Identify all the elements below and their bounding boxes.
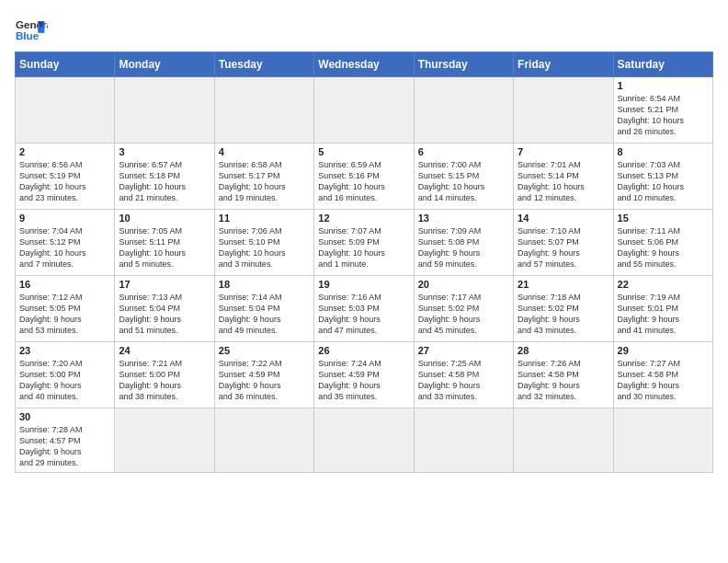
calendar-cell: 7Sunrise: 7:01 AM Sunset: 5:14 PM Daylig…: [514, 144, 613, 210]
day-number: 28: [518, 345, 609, 356]
day-info: Sunrise: 7:21 AM Sunset: 5:00 PM Dayligh…: [119, 358, 210, 403]
calendar-cell: 19Sunrise: 7:16 AM Sunset: 5:03 PM Dayli…: [314, 276, 414, 342]
calendar-page: General Blue SundayMondayTuesdayWednesda…: [0, 0, 728, 563]
day-number: 30: [19, 411, 110, 422]
day-number: 2: [19, 146, 110, 157]
calendar-cell: 21Sunrise: 7:18 AM Sunset: 5:02 PM Dayli…: [514, 276, 613, 342]
week-row-0: 1Sunrise: 6:54 AM Sunset: 5:21 PM Daylig…: [16, 77, 713, 144]
calendar-cell: 3Sunrise: 6:57 AM Sunset: 5:18 PM Daylig…: [115, 144, 214, 210]
day-header-saturday: Saturday: [613, 52, 712, 77]
day-header-sunday: Sunday: [16, 52, 115, 77]
day-number: 19: [318, 279, 409, 290]
day-info: Sunrise: 6:56 AM Sunset: 5:19 PM Dayligh…: [19, 159, 110, 204]
day-info: Sunrise: 7:12 AM Sunset: 5:05 PM Dayligh…: [19, 292, 110, 337]
day-number: 21: [518, 279, 609, 290]
calendar-cell: [514, 408, 613, 473]
day-number: 22: [618, 279, 709, 290]
calendar-cell: 30Sunrise: 7:28 AM Sunset: 4:57 PM Dayli…: [16, 408, 115, 473]
calendar-cell: 24Sunrise: 7:21 AM Sunset: 5:00 PM Dayli…: [115, 342, 214, 408]
day-info: Sunrise: 7:20 AM Sunset: 5:00 PM Dayligh…: [19, 358, 110, 403]
day-number: 1: [618, 80, 709, 91]
calendar-cell: [115, 77, 214, 144]
logo: General Blue: [15, 15, 48, 48]
calendar-cell: 12Sunrise: 7:07 AM Sunset: 5:09 PM Dayli…: [314, 210, 414, 276]
day-number: 6: [418, 146, 509, 157]
day-info: Sunrise: 7:19 AM Sunset: 5:01 PM Dayligh…: [618, 292, 709, 337]
calendar-cell: 1Sunrise: 6:54 AM Sunset: 5:21 PM Daylig…: [613, 77, 712, 144]
calendar-cell: 15Sunrise: 7:11 AM Sunset: 5:06 PM Dayli…: [613, 210, 712, 276]
calendar-cell: [16, 77, 115, 144]
day-info: Sunrise: 7:05 AM Sunset: 5:11 PM Dayligh…: [119, 225, 210, 270]
day-header-thursday: Thursday: [414, 52, 513, 77]
calendar-cell: 26Sunrise: 7:24 AM Sunset: 4:59 PM Dayli…: [314, 342, 414, 408]
calendar-cell: [115, 408, 214, 473]
day-info: Sunrise: 7:25 AM Sunset: 4:58 PM Dayligh…: [418, 358, 509, 403]
week-row-5: 30Sunrise: 7:28 AM Sunset: 4:57 PM Dayli…: [16, 408, 713, 473]
day-number: 5: [318, 146, 409, 157]
logo-icon: General Blue: [15, 15, 48, 48]
calendar-cell: [314, 408, 414, 473]
day-header-friday: Friday: [514, 52, 613, 77]
calendar-cell: 23Sunrise: 7:20 AM Sunset: 5:00 PM Dayli…: [16, 342, 115, 408]
calendar-cell: 28Sunrise: 7:26 AM Sunset: 4:58 PM Dayli…: [514, 342, 613, 408]
day-number: 23: [19, 345, 110, 356]
calendar-cell: [414, 408, 513, 473]
day-info: Sunrise: 7:13 AM Sunset: 5:04 PM Dayligh…: [119, 292, 210, 337]
calendar-cell: 13Sunrise: 7:09 AM Sunset: 5:08 PM Dayli…: [414, 210, 513, 276]
day-number: 7: [518, 146, 609, 157]
header-row: SundayMondayTuesdayWednesdayThursdayFrid…: [16, 52, 713, 77]
day-info: Sunrise: 7:00 AM Sunset: 5:15 PM Dayligh…: [418, 159, 509, 204]
calendar-cell: 18Sunrise: 7:14 AM Sunset: 5:04 PM Dayli…: [214, 276, 313, 342]
calendar-cell: 25Sunrise: 7:22 AM Sunset: 4:59 PM Dayli…: [214, 342, 313, 408]
calendar-cell: [613, 408, 712, 473]
calendar-cell: 4Sunrise: 6:58 AM Sunset: 5:17 PM Daylig…: [214, 144, 313, 210]
day-info: Sunrise: 7:28 AM Sunset: 4:57 PM Dayligh…: [19, 424, 110, 469]
day-info: Sunrise: 7:16 AM Sunset: 5:03 PM Dayligh…: [318, 292, 409, 337]
day-number: 8: [618, 146, 709, 157]
header: General Blue: [15, 15, 713, 48]
week-row-1: 2Sunrise: 6:56 AM Sunset: 5:19 PM Daylig…: [16, 144, 713, 210]
day-number: 3: [119, 146, 210, 157]
day-number: 26: [318, 345, 409, 356]
day-info: Sunrise: 7:01 AM Sunset: 5:14 PM Dayligh…: [518, 159, 609, 204]
day-info: Sunrise: 7:10 AM Sunset: 5:07 PM Dayligh…: [518, 225, 609, 270]
day-header-monday: Monday: [115, 52, 214, 77]
day-info: Sunrise: 7:17 AM Sunset: 5:02 PM Dayligh…: [418, 292, 509, 337]
calendar-cell: 16Sunrise: 7:12 AM Sunset: 5:05 PM Dayli…: [16, 276, 115, 342]
day-info: Sunrise: 7:07 AM Sunset: 5:09 PM Dayligh…: [318, 225, 409, 270]
calendar-cell: 10Sunrise: 7:05 AM Sunset: 5:11 PM Dayli…: [115, 210, 214, 276]
day-info: Sunrise: 7:06 AM Sunset: 5:10 PM Dayligh…: [219, 225, 310, 270]
day-info: Sunrise: 7:09 AM Sunset: 5:08 PM Dayligh…: [418, 225, 509, 270]
calendar-table: SundayMondayTuesdayWednesdayThursdayFrid…: [15, 52, 713, 473]
calendar-cell: 2Sunrise: 6:56 AM Sunset: 5:19 PM Daylig…: [16, 144, 115, 210]
day-number: 27: [418, 345, 509, 356]
day-info: Sunrise: 6:58 AM Sunset: 5:17 PM Dayligh…: [219, 159, 310, 204]
calendar-cell: 17Sunrise: 7:13 AM Sunset: 5:04 PM Dayli…: [115, 276, 214, 342]
day-number: 20: [418, 279, 509, 290]
calendar-cell: [514, 77, 613, 144]
day-info: Sunrise: 7:26 AM Sunset: 4:58 PM Dayligh…: [518, 358, 609, 403]
day-number: 16: [19, 279, 110, 290]
day-info: Sunrise: 7:24 AM Sunset: 4:59 PM Dayligh…: [318, 358, 409, 403]
week-row-4: 23Sunrise: 7:20 AM Sunset: 5:00 PM Dayli…: [16, 342, 713, 408]
day-header-tuesday: Tuesday: [214, 52, 313, 77]
day-number: 11: [219, 213, 310, 224]
week-row-3: 16Sunrise: 7:12 AM Sunset: 5:05 PM Dayli…: [16, 276, 713, 342]
day-info: Sunrise: 7:14 AM Sunset: 5:04 PM Dayligh…: [219, 292, 310, 337]
day-number: 13: [418, 213, 509, 224]
day-number: 12: [318, 213, 409, 224]
calendar-cell: 27Sunrise: 7:25 AM Sunset: 4:58 PM Dayli…: [414, 342, 513, 408]
week-row-2: 9Sunrise: 7:04 AM Sunset: 5:12 PM Daylig…: [16, 210, 713, 276]
calendar-cell: 9Sunrise: 7:04 AM Sunset: 5:12 PM Daylig…: [16, 210, 115, 276]
day-number: 15: [618, 213, 709, 224]
calendar-cell: 22Sunrise: 7:19 AM Sunset: 5:01 PM Dayli…: [613, 276, 712, 342]
day-number: 17: [119, 279, 210, 290]
day-info: Sunrise: 7:18 AM Sunset: 5:02 PM Dayligh…: [518, 292, 609, 337]
calendar-cell: 5Sunrise: 6:59 AM Sunset: 5:16 PM Daylig…: [314, 144, 414, 210]
calendar-cell: [314, 77, 414, 144]
calendar-cell: 6Sunrise: 7:00 AM Sunset: 5:15 PM Daylig…: [414, 144, 513, 210]
calendar-cell: 8Sunrise: 7:03 AM Sunset: 5:13 PM Daylig…: [613, 144, 712, 210]
svg-text:Blue: Blue: [16, 29, 40, 41]
day-info: Sunrise: 7:03 AM Sunset: 5:13 PM Dayligh…: [618, 159, 709, 204]
day-number: 10: [119, 213, 210, 224]
